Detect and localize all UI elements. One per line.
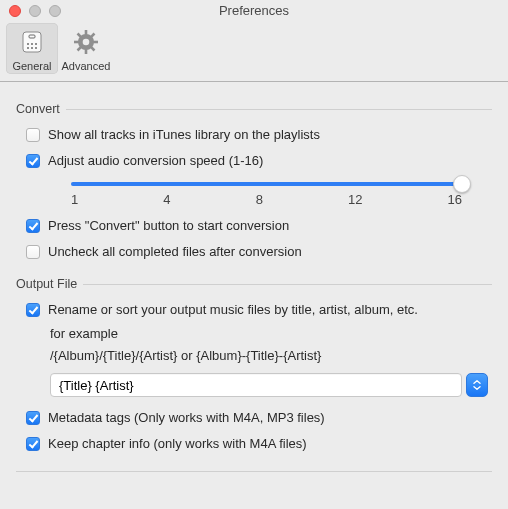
window-close-button[interactable] [9,5,21,17]
group-convert: Convert Show all tracks in iTunes librar… [16,102,492,265]
window-zoom-button[interactable] [49,5,61,17]
checkbox-press-convert[interactable] [26,219,40,233]
svg-rect-12 [93,41,98,44]
svg-point-4 [35,43,37,45]
speed-slider-ticks: 1 4 8 12 16 [71,192,462,207]
svg-point-5 [27,47,29,49]
svg-rect-11 [74,41,79,44]
group-output: Output File Rename or sort your output m… [16,277,492,457]
filename-pattern-input[interactable] [50,373,462,397]
example-line1: for example [50,323,492,345]
svg-point-17 [83,39,90,46]
svg-point-6 [31,47,33,49]
svg-rect-10 [85,49,88,54]
label-rename: Rename or sort your output music files b… [48,302,418,318]
filename-pattern-presets-button[interactable] [466,373,488,397]
group-convert-title: Convert [16,102,66,116]
label-metadata: Metadata tags (Only works with M4A, MP3 … [48,410,325,426]
speed-slider[interactable] [71,182,462,186]
toolbar: General Advanced [0,21,508,82]
window-minimize-button[interactable] [29,5,41,17]
speed-slider-knob[interactable] [453,175,471,193]
svg-point-3 [31,43,33,45]
checkbox-show-all-tracks[interactable] [26,128,40,142]
toolbar-tab-general-label: General [12,60,51,72]
divider [83,284,492,285]
svg-rect-9 [85,30,88,35]
window-title: Preferences [0,3,508,18]
gear-icon [70,26,102,58]
titlebar: Preferences [0,0,508,21]
example-line2: /{Album}/{Title}/{Artist} or {Album}-{Ti… [50,345,492,367]
toolbar-tab-general[interactable]: General [6,23,58,74]
label-uncheck-after: Uncheck all completed files after conver… [48,244,302,260]
checkbox-rename[interactable] [26,303,40,317]
label-show-all-tracks: Show all tracks in iTunes library on the… [48,127,320,143]
label-press-convert: Press "Convert" button to start conversi… [48,218,289,234]
chevron-up-down-icon [473,380,481,390]
svg-point-7 [35,47,37,49]
toolbar-tab-advanced-label: Advanced [62,60,111,72]
checkbox-chapter[interactable] [26,437,40,451]
checkbox-metadata[interactable] [26,411,40,425]
checkbox-uncheck-after[interactable] [26,245,40,259]
group-output-title: Output File [16,277,83,291]
label-adjust-speed: Adjust audio conversion speed (1-16) [48,153,263,169]
general-icon [16,26,48,58]
label-chapter: Keep chapter info (only works with M4A f… [48,436,307,452]
toolbar-tab-advanced[interactable]: Advanced [60,23,112,74]
svg-point-2 [27,43,29,45]
checkbox-adjust-speed[interactable] [26,154,40,168]
divider [16,471,492,472]
preferences-body: Convert Show all tracks in iTunes librar… [0,82,508,472]
divider [66,109,492,110]
